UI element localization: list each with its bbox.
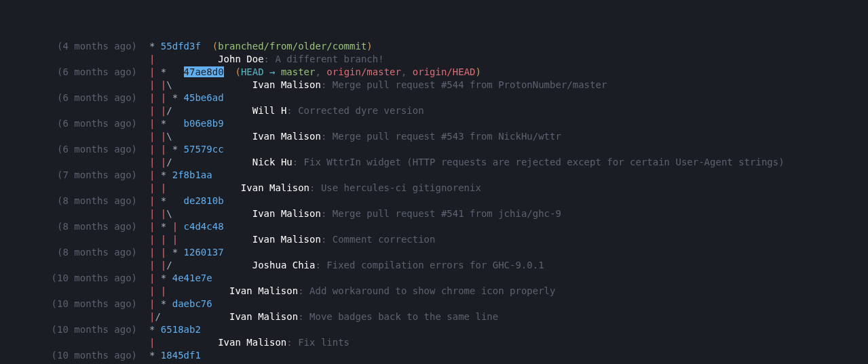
log-row: (8 months ago)| | * 1260137 xyxy=(0,246,868,259)
graph-segment: | | xyxy=(149,144,172,155)
commit-message: Move badges back to the same line xyxy=(309,311,498,322)
graph-segment: | | xyxy=(149,79,166,90)
commit-message: Merge pull request #544 from ProtonNumbe… xyxy=(333,79,607,90)
graph-segment: | | xyxy=(149,285,229,296)
log-row: (7 months ago)| * 2f8b1aa xyxy=(0,169,868,182)
commit-hash[interactable]: 47ae8d0 xyxy=(184,66,224,77)
commit-hash[interactable]: 1260137 xyxy=(184,247,224,258)
commit-message: Use hercules-ci gitignorenix xyxy=(321,182,481,193)
graph-segment: | | xyxy=(149,247,172,258)
log-row: | |/ Nick Hu: Fix WttrIn widget (HTTP re… xyxy=(0,156,868,169)
commit-hash[interactable]: de2810b xyxy=(184,195,224,206)
commit-hash[interactable]: daebc76 xyxy=(172,298,212,309)
ref-segment: HEAD xyxy=(241,66,269,77)
commit-date: (6 months ago) xyxy=(0,143,149,156)
git-log-output: (4 months ago)* 55dfd3f (branched/from/o… xyxy=(0,40,868,364)
log-row: | | Ivan Malison: Add workaround to show… xyxy=(0,285,868,298)
commit-date: (7 months ago) xyxy=(0,169,149,182)
graph-segment: * xyxy=(161,195,184,206)
commit-message: Fixed compilation errors for GHC-9.0.1 xyxy=(326,260,544,270)
commit-message: Fix lints xyxy=(298,337,350,348)
graph-segment: | | xyxy=(149,182,241,193)
graph-segment: * xyxy=(161,66,184,77)
commit-author: Ivan Malison xyxy=(252,208,321,219)
log-row: (10 months ago)| * daebc76 xyxy=(0,298,868,310)
commit-author: Ivan Malison xyxy=(252,79,321,90)
graph-segment: * xyxy=(172,92,184,103)
commit-hash[interactable]: 6518ab2 xyxy=(161,324,201,335)
graph-segment: / xyxy=(166,157,252,167)
colon: : xyxy=(286,105,298,116)
graph-segment: | | xyxy=(149,105,166,116)
commit-author: Ivan Malison xyxy=(218,337,286,348)
log-row: (4 months ago)* 55dfd3f (branched/from/o… xyxy=(0,40,868,53)
graph-segment: * xyxy=(172,247,184,258)
commit-author: Joshua Chia xyxy=(252,260,316,270)
ref-segment: , xyxy=(401,66,413,77)
graph-segment: | xyxy=(149,272,161,283)
ref-segment: ) xyxy=(476,66,481,77)
log-row: | |\ Ivan Malison: Merge pull request #5… xyxy=(0,130,868,143)
commit-author: Ivan Malison xyxy=(229,285,298,296)
log-row: (10 months ago)* 6518ab2 xyxy=(0,323,868,336)
graph-segment: * xyxy=(161,221,172,232)
colon: : xyxy=(298,285,309,296)
graph-segment: * xyxy=(161,118,184,129)
graph-segment: \ xyxy=(166,131,252,142)
commit-date: (10 months ago) xyxy=(0,298,149,310)
commit-message: Add workaround to show chrome icon prope… xyxy=(309,285,555,296)
colon: : xyxy=(293,157,304,167)
log-row: (8 months ago)| * | c4d4c48 xyxy=(0,220,868,233)
ref-segment: ) xyxy=(366,41,372,52)
graph-segment: / xyxy=(166,260,252,270)
log-row: | John Doe: A different branch! xyxy=(0,53,868,66)
commit-date: (8 months ago) xyxy=(0,220,149,233)
commit-hash[interactable]: 2f8b1aa xyxy=(172,169,212,180)
log-row: | |\ Ivan Malison: Merge pull request #5… xyxy=(0,79,868,92)
graph-segment: | | | xyxy=(149,234,252,245)
colon: : xyxy=(321,208,333,219)
graph-segment: * xyxy=(149,350,161,361)
commit-message: Fix WttrIn widget (HTTP requests are rej… xyxy=(304,157,785,167)
commit-hash[interactable]: 55dfd3f xyxy=(161,41,201,52)
log-row: (8 months ago)| * de2810b xyxy=(0,195,868,207)
commit-hash[interactable]: c4d4c48 xyxy=(184,221,224,232)
commit-author: John Doe xyxy=(218,54,263,64)
ref-segment: → xyxy=(269,66,281,77)
graph-segment: | | xyxy=(149,157,166,167)
ref-segment: , xyxy=(315,66,326,77)
commit-date: (6 months ago) xyxy=(0,92,149,104)
commit-date: (8 months ago) xyxy=(0,246,149,259)
commit-message: A different branch! xyxy=(275,54,383,64)
commit-date: (8 months ago) xyxy=(0,195,149,207)
log-row: (6 months ago)| * b06e8b9 xyxy=(0,117,868,130)
colon: : xyxy=(321,234,333,245)
commit-author: Will H xyxy=(252,105,287,116)
commit-date: (10 months ago) xyxy=(0,323,149,336)
commit-author: Ivan Malison xyxy=(241,182,309,193)
log-row: (6 months ago)| * 47ae8d0 (HEAD → master… xyxy=(0,66,868,79)
commit-hash[interactable]: 1845df1 xyxy=(161,350,201,361)
commit-hash[interactable]: 57579cc xyxy=(184,144,224,155)
ref-segment: origin/HEAD xyxy=(413,66,476,77)
log-row: (6 months ago)| | * 45be6ad xyxy=(0,92,868,104)
commit-hash[interactable]: 45be6ad xyxy=(184,92,224,103)
graph-segment: | xyxy=(149,169,161,180)
ref-segment: ( xyxy=(235,66,240,77)
commit-date: (6 months ago) xyxy=(0,66,149,79)
graph-segment: | xyxy=(149,298,161,309)
graph-segment: | xyxy=(149,118,161,129)
commit-date: (4 months ago) xyxy=(0,40,149,53)
graph-segment: * xyxy=(149,324,161,335)
ref-segment: branched/from/older/commit xyxy=(218,41,366,52)
ref-segment: ( xyxy=(212,41,218,52)
commit-hash[interactable]: b06e8b9 xyxy=(184,118,224,129)
log-row: | | Ivan Malison: Use hercules-ci gitign… xyxy=(0,182,868,195)
commit-hash[interactable]: 4e41e7e xyxy=(172,272,212,283)
graph-segment: * xyxy=(161,169,172,180)
graph-segment: | xyxy=(149,66,161,77)
graph-segment: | | xyxy=(149,208,166,219)
graph-segment: | | xyxy=(149,131,166,142)
graph-segment: \ xyxy=(166,79,252,90)
graph-segment: * xyxy=(161,272,172,283)
